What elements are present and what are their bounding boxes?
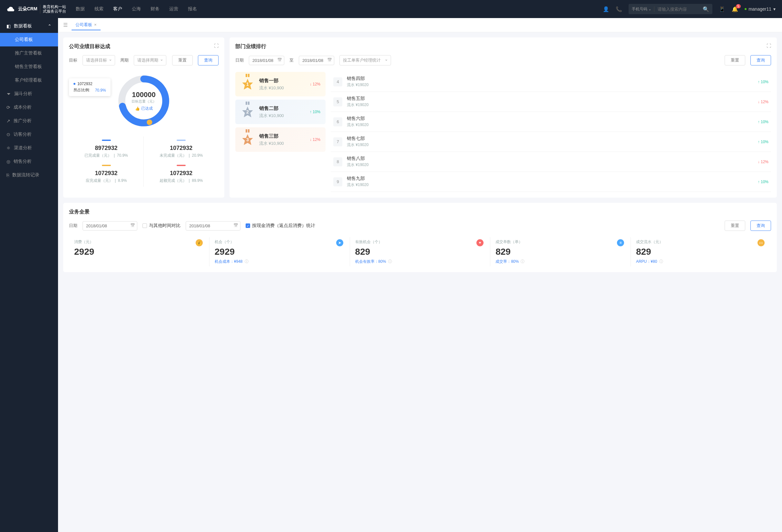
- stat-method-select[interactable]: 按工单客户经理统计: [340, 55, 391, 66]
- ov-sub: 机会成本：¥948ⓘ: [215, 259, 345, 264]
- nav-item-5[interactable]: 运营: [169, 6, 178, 12]
- ov-value: 2929: [74, 247, 204, 257]
- stat-icon: 💰: [196, 239, 203, 246]
- donut-total: 100000: [132, 91, 156, 99]
- rank-card: ⛶ 部门业绩排行 日期 2018/01/08 至 2018/01/08 按工单客…: [229, 37, 777, 198]
- sidebar-group-dashboard[interactable]: ◧ 数据看板 ⌃: [0, 19, 58, 33]
- sidebar-sub-2[interactable]: 销售主管看板: [0, 60, 58, 73]
- main-content: ☰ 公司看板 × ⛶ 公司业绩目标达成 目标 请选择目标 周期 请选择周期 重置: [58, 18, 782, 532]
- brand-name: 云朵CRM: [18, 6, 37, 12]
- rank-top-3[interactable]: 3销售三部流水 ¥10,900↓ 12%: [235, 127, 326, 152]
- donut-total-label: 目标总量（元）: [132, 99, 156, 104]
- search-type-select[interactable]: 手机号码 ⌄: [632, 6, 654, 12]
- nav-item-1[interactable]: 线索: [95, 6, 104, 12]
- sidebar-item-2[interactable]: ↗推广分析: [0, 114, 58, 128]
- overview-stat: ✦有效机会（个）829机会有效率：80%ⓘ: [350, 237, 491, 266]
- sidebar-item-1[interactable]: ⟳成本分析: [0, 101, 58, 114]
- nav-item-0[interactable]: 数据: [76, 6, 85, 12]
- search-input[interactable]: [654, 7, 703, 11]
- mobile-icon[interactable]: 📱: [719, 6, 725, 12]
- sidebar-item-label: 推广分析: [13, 118, 32, 124]
- rank-revenue: 流水 ¥19020: [347, 142, 753, 148]
- sidebar-sub-1[interactable]: 推广主管看板: [0, 46, 58, 60]
- rank-row-9[interactable]: 9销售九部流水 ¥19020↑ 10%: [331, 172, 771, 192]
- reset-button[interactable]: 重置: [172, 55, 193, 66]
- rank-percent: ↑ 10%: [310, 110, 320, 114]
- info-icon[interactable]: ⓘ: [521, 259, 525, 264]
- menu-toggle-icon[interactable]: ☰: [63, 22, 68, 28]
- compare-checkbox[interactable]: 与其他时间对比: [142, 223, 180, 228]
- nav-item-6[interactable]: 报名: [188, 6, 197, 12]
- chevron-up-icon: ⌃: [48, 24, 51, 29]
- sidebar-item-0[interactable]: ⏷漏斗分析: [0, 87, 58, 101]
- sidebar-item-icon: ⚛: [6, 145, 11, 150]
- stat-icon: ✦: [476, 239, 484, 246]
- target-select[interactable]: 请选择目标: [82, 55, 115, 66]
- cloud-logo-icon: [6, 4, 15, 13]
- reset-button[interactable]: 重置: [724, 220, 745, 231]
- search-icon[interactable]: 🔍: [703, 6, 709, 12]
- rank-top-2[interactable]: 2销售二部流水 ¥10,900↑ 10%: [235, 100, 326, 124]
- expand-icon[interactable]: ⛶: [214, 43, 218, 48]
- rank-revenue: 流水 ¥10,900: [259, 141, 284, 146]
- sidebar-item-label: 访客分析: [13, 132, 32, 137]
- ov-sub: 机会有效率：80%ⓘ: [355, 259, 485, 264]
- brand-tagline: 教育机构一站式服务云平台: [40, 4, 66, 14]
- query-button[interactable]: 查询: [750, 220, 771, 231]
- sidebar-sub-3[interactable]: 客户经理看板: [0, 73, 58, 87]
- nav-item-3[interactable]: 公海: [132, 6, 141, 12]
- sidebar-sub-0[interactable]: 公司看板: [0, 33, 58, 46]
- logo: 云朵CRM 教育机构一站式服务云平台: [6, 4, 66, 14]
- target-card-title: 公司业绩目标达成: [69, 43, 218, 50]
- tooltip-ratio: 70.9%: [95, 88, 106, 93]
- info-icon[interactable]: ⓘ: [659, 259, 663, 264]
- sidebar-item-6[interactable]: ⎘数据流转记录: [0, 168, 58, 182]
- chevron-down-icon: ▾: [773, 6, 776, 11]
- rank-row-5[interactable]: 5销售五部流水 ¥19020↓ 12%: [331, 92, 771, 112]
- period-select[interactable]: 请选择周期: [134, 55, 166, 66]
- sidebar-item-5[interactable]: ◎销售分析: [0, 155, 58, 168]
- rank-top-1[interactable]: 1销售一部流水 ¥10,900↓ 12%: [235, 72, 326, 96]
- rank-number: 9: [333, 177, 342, 186]
- ov-label: 消费（元）: [74, 239, 204, 245]
- rank-row-4[interactable]: 4销售四部流水 ¥19020↑ 10%: [331, 72, 771, 92]
- query-button[interactable]: 查询: [750, 55, 771, 66]
- phone-icon[interactable]: 📞: [616, 6, 622, 12]
- cash-checkbox[interactable]: ✓ 按现金消费（返点后消费）统计: [246, 223, 315, 228]
- expand-icon[interactable]: ⛶: [767, 43, 771, 48]
- user-menu[interactable]: manager11 ▾: [745, 6, 776, 11]
- sidebar-item-icon: ↗: [6, 118, 10, 123]
- sidebar-item-label: 漏斗分析: [14, 91, 32, 97]
- ov-value: 829: [495, 247, 625, 257]
- rank-row-6[interactable]: 6销售六部流水 ¥19020↑ 10%: [331, 112, 771, 132]
- target-stat: 1072932应完成量（元） | 8.9%: [69, 162, 144, 187]
- rank-row-7[interactable]: 7销售七部流水 ¥19020↑ 10%: [331, 132, 771, 152]
- rank-revenue: 流水 ¥19020: [347, 122, 753, 128]
- rank-percent: ↑ 10%: [758, 180, 769, 184]
- cash-label: 按现金消费（返点后消费）统计: [252, 223, 315, 228]
- ov-value: 2929: [215, 247, 345, 257]
- rank-percent: ↓ 12%: [758, 159, 769, 164]
- reset-button[interactable]: 重置: [724, 55, 745, 66]
- rank-name: 销售四部: [347, 76, 753, 81]
- nav-item-4[interactable]: 财务: [150, 6, 159, 12]
- target-label: 目标: [69, 58, 77, 63]
- notification-button[interactable]: 🔔 5: [732, 6, 738, 12]
- date-from-input[interactable]: 2018/01/08: [249, 56, 284, 65]
- period-label: 周期: [120, 58, 129, 63]
- sidebar-item-3[interactable]: ⊙访客分析: [0, 128, 58, 141]
- target-stat: 1072932超额完成（元） | 89.9%: [144, 162, 218, 187]
- sidebar-item-4[interactable]: ⚛渠道分析: [0, 141, 58, 155]
- overview-compare-date-input[interactable]: 2018/01/08: [186, 221, 241, 230]
- query-button[interactable]: 查询: [198, 55, 218, 66]
- close-icon[interactable]: ×: [94, 22, 97, 27]
- info-icon[interactable]: ⓘ: [388, 259, 392, 264]
- nav-item-2[interactable]: 客户: [113, 6, 122, 12]
- info-icon[interactable]: ⓘ: [245, 259, 249, 264]
- user-icon[interactable]: 👤: [603, 6, 609, 12]
- rank-percent: ↓ 12%: [310, 82, 320, 86]
- overview-date-input[interactable]: 2018/01/08: [82, 221, 137, 230]
- tab-company-dashboard[interactable]: 公司看板 ×: [72, 20, 101, 30]
- date-to-input[interactable]: 2018/01/08: [299, 56, 334, 65]
- rank-row-8[interactable]: 8销售八部流水 ¥19020↓ 12%: [331, 152, 771, 172]
